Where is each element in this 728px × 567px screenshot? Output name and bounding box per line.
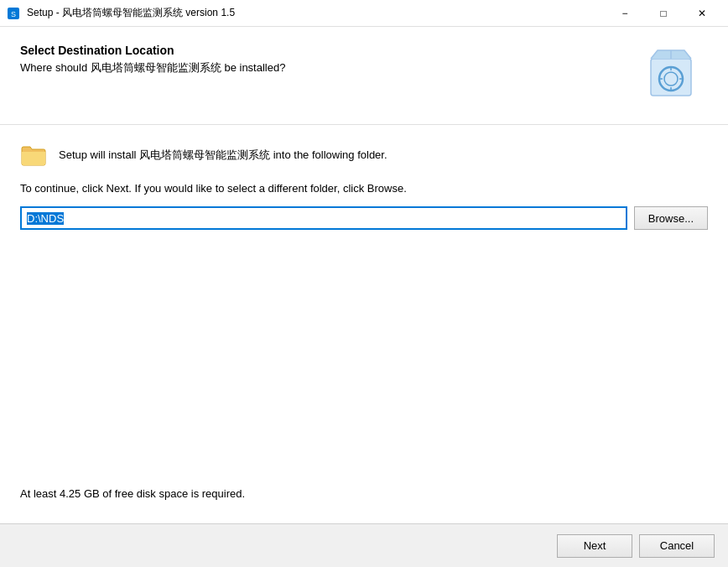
close-button[interactable]: ✕ bbox=[683, 0, 721, 27]
folder-icon-wrap bbox=[20, 142, 47, 169]
next-button[interactable]: Next bbox=[557, 534, 632, 558]
continue-text: To continue, click Next. If you would li… bbox=[20, 182, 708, 195]
window-title: Setup - 风电塔筒螺母智能监测系统 version 1.5 bbox=[27, 6, 606, 20]
page-title: Select Destination Location bbox=[20, 44, 627, 57]
path-row: Browse... bbox=[20, 206, 708, 230]
header-text: Select Destination Location Where should… bbox=[20, 44, 627, 75]
page-subtitle: Where should 风电塔筒螺母智能监测系统 be installed? bbox=[20, 60, 627, 75]
app-icon: S bbox=[7, 7, 20, 20]
header-area: Select Destination Location Where should… bbox=[0, 27, 728, 125]
title-bar: S Setup - 风电塔筒螺母智能监测系统 version 1.5 − □ ✕ bbox=[0, 0, 728, 27]
content-area: Setup will install 风电塔筒螺母智能监测系统 into the… bbox=[0, 125, 728, 523]
path-input[interactable] bbox=[20, 206, 627, 230]
window-controls: − □ ✕ bbox=[606, 0, 721, 27]
logo-area bbox=[641, 44, 708, 111]
browse-button[interactable]: Browse... bbox=[634, 206, 708, 230]
logo-icon bbox=[641, 44, 701, 104]
spacer bbox=[20, 250, 708, 487]
footer: Next Cancel bbox=[0, 523, 728, 567]
main-window: Select Destination Location Where should… bbox=[0, 27, 728, 567]
install-info-row: Setup will install 风电塔筒螺母智能监测系统 into the… bbox=[20, 142, 708, 169]
folder-icon bbox=[20, 143, 47, 167]
cancel-button[interactable]: Cancel bbox=[639, 534, 715, 558]
install-info-text: Setup will install 风电塔筒螺母智能监测系统 into the… bbox=[59, 148, 387, 163]
maximize-button[interactable]: □ bbox=[644, 0, 683, 27]
minimize-button[interactable]: − bbox=[606, 0, 644, 27]
disk-space-text: At least 4.25 GB of free disk space is r… bbox=[20, 487, 708, 500]
svg-text:S: S bbox=[11, 10, 16, 18]
